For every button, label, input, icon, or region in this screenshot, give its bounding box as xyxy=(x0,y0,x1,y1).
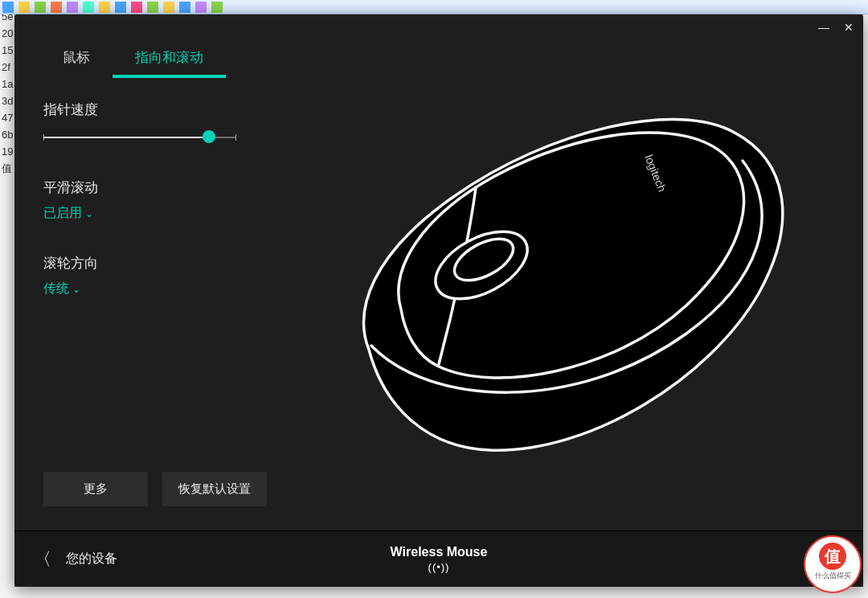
content-area: 指针速度 平滑滚动 已启用 ⌄ 滚轮方向 传统 ⌄ xyxy=(14,78,863,530)
smooth-scroll-dropdown[interactable]: 已启用 ⌄ xyxy=(43,205,93,222)
smooth-scroll-value: 已启用 xyxy=(43,205,82,222)
close-button[interactable]: ✕ xyxy=(844,21,854,34)
background-toolbar xyxy=(0,0,868,14)
minimize-button[interactable]: — xyxy=(818,21,829,34)
setting-smooth-scroll: 平滑滚动 已启用 ⌄ xyxy=(43,178,285,222)
restore-defaults-button[interactable]: 恢复默认设置 xyxy=(162,472,267,506)
titlebar: — ✕ xyxy=(14,14,863,40)
pointer-speed-label: 指针速度 xyxy=(43,100,285,119)
smooth-scroll-label: 平滑滚动 xyxy=(43,178,285,197)
badge-text: 什么值得买 xyxy=(815,571,851,581)
footer-device-info: Wireless Mouse ((•)) xyxy=(391,545,488,573)
mouse-illustration-area: logitech xyxy=(285,100,854,521)
footer-bar: 〈 您的设备 Wireless Mouse ((•)) xyxy=(14,530,863,587)
button-row: 更多 恢复默认设置 xyxy=(43,472,285,521)
settings-panel: 指针速度 平滑滚动 已启用 ⌄ 滚轮方向 传统 ⌄ xyxy=(43,100,285,521)
device-name: Wireless Mouse xyxy=(391,545,488,559)
slider-thumb[interactable] xyxy=(203,130,215,143)
setting-wheel-direction: 滚轮方向 传统 ⌄ xyxy=(43,254,285,297)
badge-char: 值 xyxy=(819,543,846,570)
logitech-options-window: — ✕ 鼠标 指向和滚动 指针速度 平滑滚动 已启用 ⌄ xyxy=(14,14,863,587)
tab-point-scroll[interactable]: 指向和滚动 xyxy=(113,40,226,78)
chevron-down-icon: ⌄ xyxy=(85,208,93,219)
smzdm-watermark: 值 什么值得买 xyxy=(804,535,862,593)
tab-mouse[interactable]: 鼠标 xyxy=(40,40,113,78)
slider-fill xyxy=(43,137,209,138)
wheel-dir-value: 传统 xyxy=(43,281,69,297)
back-label: 您的设备 xyxy=(66,551,117,567)
setting-pointer-speed: 指针速度 xyxy=(43,100,285,146)
back-button[interactable]: 〈 您的设备 xyxy=(34,547,117,571)
pointer-speed-slider[interactable] xyxy=(43,127,236,146)
wheel-dir-dropdown[interactable]: 传统 ⌄ xyxy=(43,281,80,297)
wireless-signal-icon: ((•)) xyxy=(391,561,488,573)
wheel-dir-label: 滚轮方向 xyxy=(43,254,285,272)
more-button[interactable]: 更多 xyxy=(43,472,148,506)
chevron-down-icon: ⌄ xyxy=(72,284,80,295)
mouse-illustration: logitech xyxy=(309,68,823,502)
chevron-left-icon: 〈 xyxy=(34,547,51,571)
